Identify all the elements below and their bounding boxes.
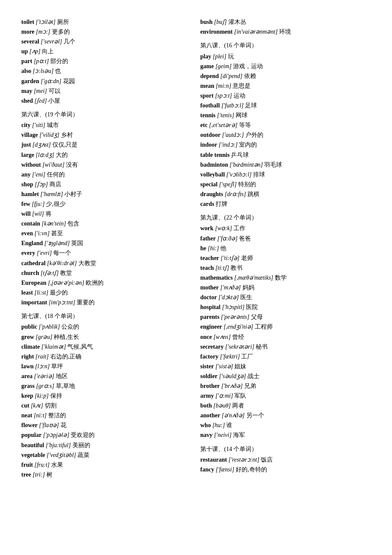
- vocabulary-entry: church [tʃə:tʃ] 教堂: [21, 268, 192, 278]
- word: shed: [21, 98, 33, 104]
- vocabulary-entry: shed [ʃed] 小屋: [21, 96, 192, 106]
- vocabulary-entry: any ['eni] 任何的: [21, 170, 192, 179]
- vocabulary-entry: draughts [drɑ:fts] 跳棋: [200, 189, 371, 199]
- phonetic: [hu:]: [212, 422, 225, 428]
- word: tree: [21, 471, 31, 478]
- meaning: 每一个: [53, 250, 71, 256]
- phonetic: [geim]: [215, 63, 231, 69]
- phonetic: ['fæktri]: [220, 353, 240, 360]
- phonetic: [kʌt]: [31, 402, 43, 409]
- word: play: [200, 53, 211, 60]
- vocabulary-entry: indoor ['indɔ:] 室内的: [200, 140, 371, 150]
- meaning: 战士: [248, 373, 259, 379]
- phonetic: [dʒʌst]: [32, 142, 51, 148]
- vocabulary-entry: football ['futbɔ:l] 足球: [200, 101, 371, 110]
- meaning: 重要的: [77, 299, 95, 306]
- word: shop: [21, 181, 33, 188]
- word: teacher: [200, 255, 219, 261]
- meaning: 任何的: [47, 171, 65, 178]
- vocabulary-entry: sport [spɔ:t] 运动: [200, 91, 371, 101]
- word: both: [200, 402, 212, 409]
- vocabulary-entry: up [ʌp] 向上: [21, 46, 192, 56]
- vocabulary-entry: play [plei] 玩: [200, 52, 371, 61]
- vocabulary-entry: father ['fɑ:ðə] 爸爸: [200, 234, 371, 243]
- phonetic: [tʃə:tʃ]: [40, 270, 58, 276]
- meaning: 蔬菜: [78, 452, 89, 458]
- phonetic: [pɑ:t]: [34, 58, 49, 64]
- word: will: [21, 211, 31, 217]
- word: neat: [21, 412, 32, 419]
- phonetic: [bəuθ]: [213, 402, 231, 409]
- meaning: 草坪: [51, 363, 63, 370]
- vocabulary-entry: right [rait] 右边的,正确: [21, 352, 192, 361]
- phonetic: [ə'nʌðə]: [222, 412, 245, 419]
- vocabulary-entry: important [im'pɔ:tnt] 重要的: [21, 298, 192, 307]
- phonetic: [wɑ:k]: [215, 225, 232, 231]
- phonetic: ['flaʊə]: [39, 422, 59, 428]
- section-title: 第九课、(22 个单词）: [200, 213, 371, 223]
- meaning: 灌木丛: [228, 19, 246, 25]
- meaning: 姐妹: [234, 363, 246, 370]
- phonetic: [kə'θi:drəl]: [47, 260, 77, 266]
- vocabulary-entry: hamlet ['hæmlɪt] 小村子: [21, 189, 192, 199]
- phonetic: [di'pend]: [220, 73, 242, 79]
- meaning: 工作: [233, 225, 245, 231]
- meaning: 最少的: [50, 289, 68, 296]
- vocabulary-entry: just [dʒʌst] 仅仅,只是: [21, 140, 192, 150]
- section-title: 第八课、(16 个单词）: [200, 41, 371, 50]
- word: secretary: [200, 344, 224, 350]
- word: hamlet: [21, 191, 39, 197]
- phonetic: ['pʌblik]: [39, 324, 60, 330]
- meaning: 花: [61, 422, 66, 428]
- vocabulary-entry: several ['sevrəl] 几个: [21, 37, 192, 46]
- vocabulary-entry: every ['evri] 每一个: [21, 248, 192, 258]
- meaning: 数学: [275, 275, 287, 281]
- vocabulary-entry: beautiful ['bju:tiful] 美丽的: [21, 440, 192, 450]
- meaning: 厕所: [57, 19, 69, 25]
- word: sister: [200, 363, 214, 370]
- vocabulary-entry: popular ['pɔpjələ] 受欢迎的: [21, 430, 192, 440]
- word: village: [21, 132, 38, 138]
- meaning: 曾经: [232, 334, 244, 340]
- word: may: [21, 88, 32, 94]
- meaning: 军队: [234, 393, 246, 399]
- vocabulary-entry: soldier ['səuldʒə] 战士: [200, 371, 371, 381]
- meaning: 向上: [42, 48, 54, 55]
- word: climate: [21, 344, 40, 350]
- vocabulary-entry: without [wi'ðaut] 没有: [21, 160, 192, 170]
- vocabulary-entry: grass [grɑ:s] 草,草地: [21, 381, 192, 391]
- meaning: 教堂: [60, 270, 72, 276]
- vocabulary-entry: brother ['brʌðə] 兄弟: [200, 381, 371, 391]
- meaning: 右边的,正确: [50, 353, 82, 360]
- phonetic: ['brʌðə]: [221, 383, 242, 389]
- meaning: 排球: [253, 171, 265, 178]
- word: who: [200, 422, 211, 428]
- meaning: 谁: [226, 422, 232, 428]
- phonetic: ['bju:tiful]: [46, 442, 71, 448]
- vocabulary-entry: another [ə'nʌðə] 另一个: [200, 410, 371, 420]
- word: toilet: [21, 19, 34, 25]
- word: church: [21, 270, 39, 276]
- phonetic: [mɔ:]: [36, 29, 50, 35]
- vocabulary-entry: once [wʌns] 曾经: [200, 332, 371, 342]
- phonetic: [mi:n]: [216, 83, 231, 89]
- meaning: 草,草地: [56, 383, 75, 389]
- phonetic: ['restərɔ:nt]: [228, 457, 259, 463]
- meaning: 另一个: [246, 412, 264, 419]
- phonetic: [drɑ:fts]: [225, 191, 246, 197]
- right-column: bush [buʃ] 灌木丛environment [in'vaiərənmən…: [200, 17, 371, 480]
- phonetic: ['fænsi]: [216, 466, 234, 473]
- meaning: 海军: [233, 432, 245, 438]
- phonetic: ['vedʒitəbl]: [46, 452, 76, 458]
- meaning: 工程师: [255, 324, 273, 330]
- phonetic: [buʃ]: [214, 19, 227, 25]
- meaning: 意思是: [233, 83, 251, 89]
- phonetic: [li:st]: [35, 289, 49, 296]
- phonetic: ['ɑ:mi]: [215, 393, 233, 399]
- section-title: 第六课、(19 个单词）: [21, 110, 192, 119]
- vocabulary-entry: will [wil] 将: [21, 209, 192, 219]
- word: army: [200, 393, 214, 399]
- vocabulary-entry: game [geim] 游戏，运动: [200, 61, 371, 71]
- word: he: [200, 245, 206, 251]
- vocabulary-entry: flower ['flaʊə] 花: [21, 420, 192, 430]
